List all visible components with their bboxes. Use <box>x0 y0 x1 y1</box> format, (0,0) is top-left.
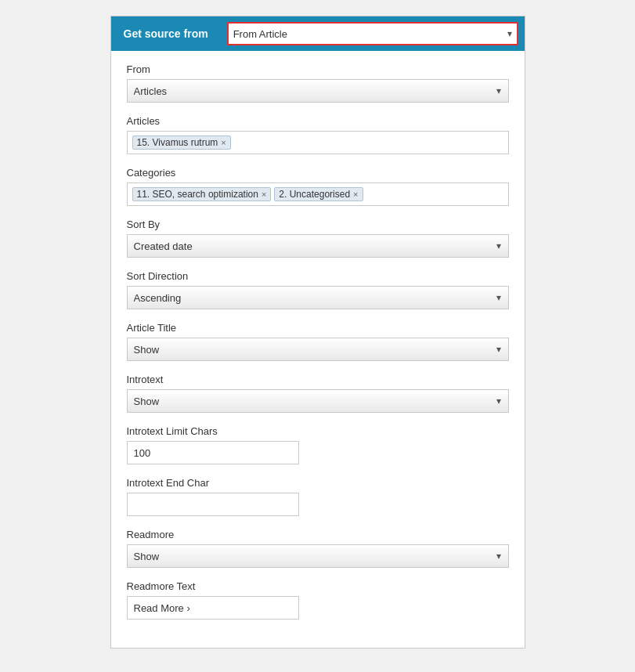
category-tag-2-text: 2. Uncategorised <box>279 189 350 200</box>
categories-tag-input[interactable]: 11. SEO, search optimization × 2. Uncate… <box>127 182 509 206</box>
panel-header: Get source from From Article <box>111 16 525 51</box>
from-field-group: From Articles <box>127 63 509 103</box>
readmore-select[interactable]: Show <box>127 544 509 568</box>
sort-by-select-wrapper: Created date <box>127 234 509 258</box>
article-tag-1: 15. Vivamus rutrum × <box>132 135 231 150</box>
introtext-select-wrapper: Show <box>127 389 509 413</box>
readmore-label: Readmore <box>127 529 509 540</box>
readmore-text-input[interactable] <box>127 596 299 620</box>
introtext-field-group: Introtext Show <box>127 374 509 413</box>
panel-body: From Articles Articles 15. Vivamus rutru… <box>111 51 525 648</box>
category-tag-2-remove[interactable]: × <box>353 190 358 199</box>
sort-direction-select-wrapper: Ascending <box>127 286 509 309</box>
source-select[interactable]: From Article <box>227 22 518 45</box>
category-tag-1-text: 11. SEO, search optimization <box>137 189 258 200</box>
panel: Get source from From Article From Articl… <box>110 16 525 649</box>
article-title-select-wrapper: Show <box>127 338 509 361</box>
from-label: From <box>127 63 509 75</box>
panel-title: Get source from <box>111 27 221 40</box>
articles-field-group: Articles 15. Vivamus rutrum × <box>127 115 509 154</box>
sort-direction-select[interactable]: Ascending <box>127 286 509 309</box>
introtext-limit-field-group: Introtext Limit Chars <box>127 425 509 464</box>
introtext-end-char-label: Introtext End Char <box>127 477 509 489</box>
introtext-limit-label: Introtext Limit Chars <box>127 425 509 437</box>
category-tag-2: 2. Uncategorised × <box>274 187 363 201</box>
sort-direction-label: Sort Direction <box>127 270 509 282</box>
category-tag-1: 11. SEO, search optimization × <box>132 187 272 201</box>
introtext-select[interactable]: Show <box>127 389 509 413</box>
articles-tag-input[interactable]: 15. Vivamus rutrum × <box>127 131 509 154</box>
article-title-label: Article Title <box>127 322 509 334</box>
article-title-field-group: Article Title Show <box>127 322 509 361</box>
readmore-text-field-group: Readmore Text <box>127 580 509 620</box>
readmore-select-wrapper: Show <box>127 544 509 568</box>
article-tag-1-remove[interactable]: × <box>221 139 225 147</box>
articles-label: Articles <box>127 115 509 127</box>
categories-label: Categories <box>127 167 509 179</box>
introtext-end-char-field-group: Introtext End Char <box>127 477 509 516</box>
from-select-wrapper: Articles <box>127 79 509 103</box>
category-tag-1-remove[interactable]: × <box>262 190 266 199</box>
source-select-wrapper: From Article <box>227 22 518 45</box>
from-select[interactable]: Articles <box>127 79 509 103</box>
sort-by-label: Sort By <box>127 219 509 230</box>
article-tag-1-text: 15. Vivamus rutrum <box>137 137 218 148</box>
article-title-select[interactable]: Show <box>127 338 509 361</box>
readmore-field-group: Readmore Show <box>127 529 509 568</box>
introtext-end-char-input[interactable] <box>127 493 299 516</box>
introtext-limit-input[interactable] <box>127 441 299 464</box>
sort-direction-field-group: Sort Direction Ascending <box>127 270 509 309</box>
sort-by-field-group: Sort By Created date <box>127 219 509 258</box>
sort-by-select[interactable]: Created date <box>127 234 509 258</box>
categories-field-group: Categories 11. SEO, search optimization … <box>127 167 509 206</box>
introtext-label: Introtext <box>127 374 509 385</box>
readmore-text-label: Readmore Text <box>127 580 509 592</box>
